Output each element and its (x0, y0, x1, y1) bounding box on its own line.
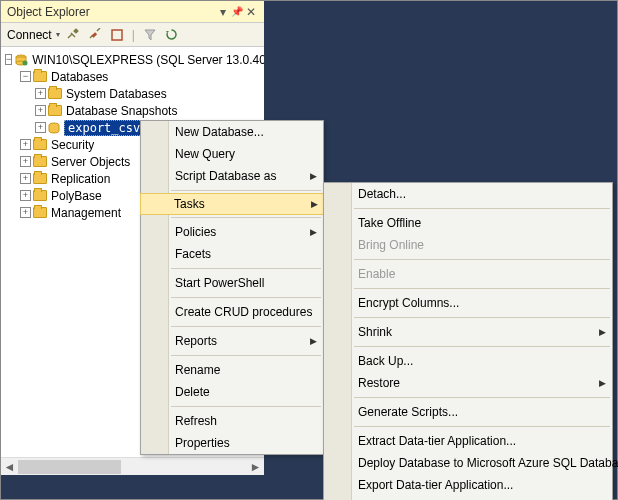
menu-label: Script Database as (175, 169, 276, 183)
refresh-icon[interactable] (163, 26, 181, 44)
submenu-arrow-icon: ▶ (599, 378, 606, 388)
menu-extract-dta[interactable]: Extract Data-tier Application... (324, 430, 612, 452)
menu-restore[interactable]: Restore▶ (324, 372, 612, 394)
menu-label: Bring Online (358, 238, 424, 252)
menu-encrypt-columns[interactable]: Encrypt Columns... (324, 292, 612, 314)
tree-system-databases-node[interactable]: + System Databases (5, 85, 264, 102)
scroll-thumb[interactable] (18, 460, 121, 474)
scroll-track[interactable] (18, 459, 247, 475)
menu-delete[interactable]: Delete (141, 381, 323, 403)
svg-rect-1 (91, 32, 97, 38)
horizontal-scrollbar[interactable]: ◄ ► (1, 457, 264, 475)
expand-icon[interactable]: + (20, 156, 31, 167)
menu-label: New Query (175, 147, 235, 161)
expand-icon[interactable]: + (35, 105, 46, 116)
menu-start-powershell[interactable]: Start PowerShell (141, 272, 323, 294)
expand-icon[interactable]: + (35, 88, 46, 99)
expand-icon[interactable]: + (35, 122, 46, 133)
tree-database-snapshots-node[interactable]: + Database Snapshots (5, 102, 264, 119)
folder-icon (33, 207, 47, 218)
menu-upgrade-dta[interactable]: Upgrade Data-tier Application... (324, 496, 612, 500)
menu-refresh[interactable]: Refresh (141, 410, 323, 432)
menu-separator (354, 208, 610, 209)
svg-rect-0 (73, 28, 79, 34)
menu-policies[interactable]: Policies▶ (141, 221, 323, 243)
submenu-arrow-icon: ▶ (310, 171, 317, 181)
svg-rect-2 (112, 30, 122, 40)
menu-facets[interactable]: Facets (141, 243, 323, 265)
pin-icon[interactable]: 📌 (230, 6, 244, 17)
menu-back-up[interactable]: Back Up... (324, 350, 612, 372)
menu-new-database[interactable]: New Database... (141, 121, 323, 143)
panel-title-bar: Object Explorer ▾ 📌 ✕ (1, 1, 264, 23)
menu-separator (354, 288, 610, 289)
node-label: Databases (51, 70, 108, 84)
server-icon (14, 54, 28, 66)
menu-deploy-azure[interactable]: Deploy Database to Microsoft Azure SQL D… (324, 452, 612, 474)
menu-label: Back Up... (358, 354, 413, 368)
expand-icon[interactable]: + (20, 139, 31, 150)
scroll-right-icon[interactable]: ► (247, 458, 264, 475)
menu-reports[interactable]: Reports▶ (141, 330, 323, 352)
menu-label: Export Data-tier Application... (358, 478, 513, 492)
collapse-icon[interactable]: − (5, 54, 12, 65)
menu-separator (354, 397, 610, 398)
menu-separator (354, 317, 610, 318)
menu-label: Delete (175, 385, 210, 399)
menu-label: Rename (175, 363, 220, 377)
menu-separator (171, 217, 321, 218)
menu-tasks[interactable]: Tasks▶ (140, 193, 324, 215)
menu-label: Generate Scripts... (358, 405, 458, 419)
node-label: Security (51, 138, 94, 152)
menu-separator (171, 297, 321, 298)
submenu-arrow-icon: ▶ (311, 199, 318, 209)
menu-properties[interactable]: Properties (141, 432, 323, 454)
expand-icon[interactable]: + (20, 190, 31, 201)
collapse-icon[interactable]: − (20, 71, 31, 82)
connect-icon[interactable] (64, 26, 82, 44)
menu-label: Tasks (174, 197, 205, 211)
disconnect-icon[interactable] (86, 26, 104, 44)
menu-label: Reports (175, 334, 217, 348)
menu-rename[interactable]: Rename (141, 359, 323, 381)
menu-create-crud[interactable]: Create CRUD procedures (141, 301, 323, 323)
folder-icon (33, 190, 47, 201)
menu-script-database-as[interactable]: Script Database as▶ (141, 165, 323, 187)
node-label: Management (51, 206, 121, 220)
menu-label: Shrink (358, 325, 392, 339)
dropdown-icon[interactable]: ▾ (216, 5, 230, 19)
menu-new-query[interactable]: New Query (141, 143, 323, 165)
folder-icon (33, 173, 47, 184)
scroll-left-icon[interactable]: ◄ (1, 458, 18, 475)
server-label: WIN10\SQLEXPRESS (SQL Server 13.0.4001 -… (32, 53, 264, 67)
menu-take-offline[interactable]: Take Offline (324, 212, 612, 234)
menu-export-dta[interactable]: Export Data-tier Application... (324, 474, 612, 496)
panel-title-text: Object Explorer (7, 5, 90, 19)
node-label: PolyBase (51, 189, 102, 203)
menu-label: Create CRUD procedures (175, 305, 312, 319)
connect-dropdown-icon[interactable]: ▾ (56, 30, 60, 39)
menu-generate-scripts[interactable]: Generate Scripts... (324, 401, 612, 423)
menu-label: Extract Data-tier Application... (358, 434, 516, 448)
node-label: Server Objects (51, 155, 130, 169)
menu-separator (354, 259, 610, 260)
menu-label: New Database... (175, 125, 264, 139)
menu-label: Facets (175, 247, 211, 261)
selected-database-label: export_csv (64, 120, 144, 136)
object-explorer-frame: Object Explorer ▾ 📌 ✕ Connect ▾ | − (0, 0, 618, 500)
submenu-arrow-icon: ▶ (310, 227, 317, 237)
menu-label: Refresh (175, 414, 217, 428)
menu-separator (171, 268, 321, 269)
menu-bring-online: Bring Online (324, 234, 612, 256)
tree-databases-node[interactable]: − Databases (5, 68, 264, 85)
connect-button[interactable]: Connect (7, 28, 52, 42)
menu-shrink[interactable]: Shrink▶ (324, 321, 612, 343)
filter-icon[interactable] (141, 26, 159, 44)
expand-icon[interactable]: + (20, 207, 31, 218)
stop-icon[interactable] (108, 26, 126, 44)
menu-detach[interactable]: Detach... (324, 183, 612, 205)
expand-icon[interactable]: + (20, 173, 31, 184)
submenu-arrow-icon: ▶ (599, 327, 606, 337)
close-icon[interactable]: ✕ (244, 5, 258, 19)
tree-server-node[interactable]: − WIN10\SQLEXPRESS (SQL Server 13.0.4001… (5, 51, 264, 68)
